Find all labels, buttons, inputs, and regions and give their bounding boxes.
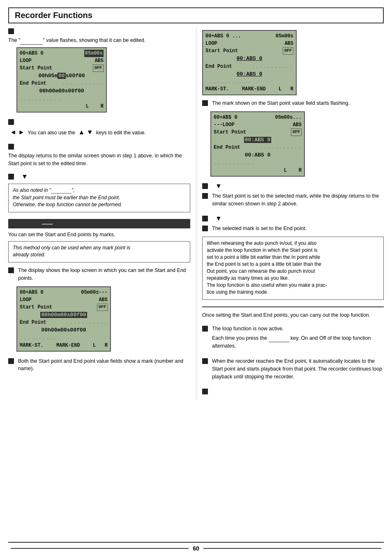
arrow-r2-icon: ▼ bbox=[215, 215, 222, 222]
marks-section-bar: —— bbox=[8, 219, 190, 228]
lcd1-line5-left: End Point bbox=[20, 80, 46, 87]
text-loop-active-intro: Once setting the Start and End points, y… bbox=[202, 311, 384, 319]
section-arrows: ◄ ► You can also use the ▲ ▼ keys to edi… bbox=[8, 118, 190, 137]
bullet-1 bbox=[8, 28, 14, 34]
lcd1-lr: L R bbox=[20, 103, 104, 110]
lcd-mark-select: 00+ABS 0 ... 05m00s LOOP ABS Start Point… bbox=[202, 30, 297, 95]
bullet-r2 bbox=[202, 216, 208, 221]
bullet-row-3 bbox=[8, 143, 190, 150]
section-loop-reaches-end: When the recorder reaches the End point,… bbox=[202, 357, 384, 382]
page-title: Recorder Functions bbox=[15, 11, 92, 20]
lcd-screen-1: 00+ABS 0 05m00s LOOP ABS Start Point OFF… bbox=[16, 47, 107, 113]
bullet-2 bbox=[8, 119, 14, 125]
lcd-f-line1-left: 00+AB$ 0 bbox=[214, 114, 238, 121]
bullet-row-2 bbox=[8, 118, 190, 125]
text-flash: The mark shown on the Start point value … bbox=[212, 99, 350, 107]
ud-arrows-icon: ▲ ▼ bbox=[78, 129, 93, 136]
lcd-ms-line6: 00:ABS 0 bbox=[205, 70, 293, 78]
left-column: The " " value flashes, showing that it c… bbox=[8, 28, 196, 400]
bullet-startset bbox=[202, 193, 208, 199]
text-startset: The Start point is set to the selected m… bbox=[212, 192, 384, 208]
lcd-f-line6: 00:ABS 0 bbox=[214, 151, 302, 159]
bullet-3 bbox=[8, 144, 14, 150]
page-number: 60 bbox=[193, 545, 199, 552]
text-loop-now-active-2: Each time you press the key, On and Off … bbox=[212, 334, 384, 350]
lcd-f-lr: L R bbox=[214, 167, 302, 174]
lcd-loop-line1-left: 00+ABS 0 bbox=[20, 289, 44, 296]
note-ap-line7: The loop function is also useful when yo… bbox=[207, 282, 379, 288]
lcd-ms-dots1: ........... bbox=[252, 63, 293, 70]
note-ap-line6: repeatedly as many times as you like. bbox=[207, 275, 379, 281]
lcd1-line4: 00h05m00s00f00 bbox=[20, 72, 104, 80]
note-box-marks: This method only can be used when any ma… bbox=[8, 241, 190, 263]
note-box-autopunch: When rehearsing the auto punch in/out, i… bbox=[202, 237, 384, 300]
lcd-ms-line4: 00:ABS 0 bbox=[205, 55, 293, 63]
lcd-loop-dots2: ........... bbox=[20, 334, 61, 342]
footer-bar-left bbox=[11, 548, 189, 549]
text-arrows: ◄ ► You can also use the ▲ ▼ keys to edi… bbox=[8, 127, 190, 137]
note-line1: As also noted in " ", bbox=[13, 187, 186, 193]
bullet-row-loop: The display shows the loop screen in whi… bbox=[8, 267, 190, 284]
marks-section-container: —— You can set the Start and End points … bbox=[8, 219, 190, 263]
bullet-flash bbox=[202, 100, 208, 106]
lcd1-line2-right: ABS bbox=[95, 57, 104, 64]
lcd-ms-mark-st: MARK-ST. bbox=[205, 85, 229, 93]
bullet-loop-active bbox=[202, 326, 208, 332]
lcd-f-dots2: ........... bbox=[214, 159, 255, 167]
lcd-ms-line1-right: 05m00s bbox=[276, 32, 293, 40]
bullet-loop bbox=[8, 267, 14, 273]
lcd-ms-dots2: ........... bbox=[205, 78, 247, 85]
lcd-f-line1-right: 05m00s... bbox=[275, 114, 302, 121]
footer-bar-right bbox=[203, 548, 381, 549]
section-arrow-down: ▼ bbox=[8, 173, 190, 180]
section-flash: The mark shown on the Start point value … bbox=[202, 99, 384, 177]
lcd-loop-off: OFF bbox=[97, 304, 108, 311]
lcd-loop-mark-end: MARK-END bbox=[56, 342, 80, 349]
bullet-row-1 bbox=[8, 28, 190, 34]
section-divider bbox=[202, 306, 384, 307]
note-ap-line4: the End point is set to a point a little… bbox=[207, 261, 379, 267]
section-arrow-r2: ▼ bbox=[202, 215, 384, 222]
lcd-loop-screen: 00+ABS 0 05m00±--- LOOP ABS Start Point … bbox=[16, 286, 111, 352]
note-ap-line5: Out point, you can rehearse the auto pun… bbox=[207, 268, 379, 274]
section-mark-shown: Both the Start point and End point value… bbox=[8, 357, 190, 375]
section-loop-screen: The display shows the loop screen in whi… bbox=[8, 267, 190, 352]
note-ap-line3: set to a point a little bit earlier than… bbox=[207, 254, 379, 260]
arrow-r1-icon: ▼ bbox=[215, 182, 222, 190]
lcd-loop-line2-left: LOOP bbox=[20, 296, 32, 304]
note-marks-line2: already stored. bbox=[13, 252, 186, 258]
lcd1-line1-right: 05m00s bbox=[84, 50, 104, 57]
section-extra-bullet bbox=[202, 388, 384, 394]
lr-arrows-icon: ◄ ► bbox=[10, 129, 25, 136]
lcd-loop-line3-left: Start Point bbox=[20, 304, 52, 311]
lcd-f-line2-left: ---LOOP bbox=[214, 121, 234, 129]
text-flash-intro: The " " value flashes, showing that it c… bbox=[8, 37, 190, 45]
lcd-ms-lr: L R bbox=[279, 85, 293, 93]
bullet-loop-end bbox=[202, 358, 208, 364]
lcd1-line1-left: 00+ABS 0 bbox=[20, 50, 44, 57]
text-display-returns: The display returns to the similar scree… bbox=[8, 152, 190, 168]
text-mark-shown: Both the Start point and End point value… bbox=[18, 357, 190, 373]
lcd1-line2-left: LOOP bbox=[20, 57, 32, 64]
bullet-4 bbox=[8, 174, 14, 180]
note-ap-line8: tice using the training mode. bbox=[207, 289, 379, 295]
text-loop-screen: The display shows the loop screen in whi… bbox=[18, 267, 190, 282]
section-display-returns: The display returns to the similar scree… bbox=[8, 143, 190, 168]
down-arrow-icon: ▼ bbox=[21, 173, 28, 180]
text-set-by-marks: You can set the Start and End points by … bbox=[8, 231, 190, 239]
lcd-loop-line2-right: ABS bbox=[99, 296, 108, 304]
lcd-ms-line2-left: LOOP bbox=[205, 40, 217, 47]
text-endset: The selected mark is set to the End poin… bbox=[212, 225, 307, 233]
right-column: 00+ABS 0 ... 05m00s LOOP ABS Start Point… bbox=[196, 28, 384, 400]
lcd1-dots2: ........... bbox=[20, 95, 61, 103]
lcd-ms-mark-end: MARK-END bbox=[242, 85, 266, 93]
lcd1-line6: 00h00m00s00f00 bbox=[20, 87, 104, 95]
lcd-ms-off: OFF bbox=[283, 47, 293, 55]
note-line2: the Start point must be earlier than the… bbox=[13, 195, 186, 200]
main-content: The " " value flashes, showing that it c… bbox=[8, 23, 384, 400]
page-header: Recorder Functions bbox=[8, 7, 384, 23]
section-arrow-r1: ▼ bbox=[202, 182, 384, 190]
lcd-loop-line5-left: End Point bbox=[20, 319, 46, 326]
bullet-extra bbox=[202, 389, 208, 394]
lcd-ms-line5-left: End Point bbox=[205, 63, 232, 70]
